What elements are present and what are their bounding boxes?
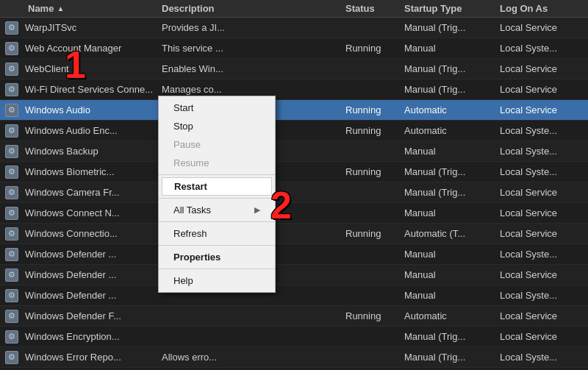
service-icon [4,227,19,241]
row-name: Windows Connectio... [0,227,162,241]
header-name[interactable]: Name ▲ [0,3,162,14]
context-item-start[interactable]: Start [159,99,275,117]
service-icon [4,330,19,344]
table-row[interactable]: WebClient Enables Win... Manual (Trig...… [0,59,588,79]
table-row[interactable]: Windows Backup Manual Local Syste... [0,141,588,162]
sort-arrow-icon: ▲ [57,4,64,13]
context-item-restart[interactable]: Restart [162,177,272,196]
row-status: Running [345,310,404,321]
table-row[interactable]: Windows Connect N... Manual Local Servic… [0,203,588,224]
row-name: WarpJITSvc [0,21,162,35]
context-item-stop[interactable]: Stop [159,117,275,135]
row-name: WebClient [0,62,162,77]
row-logon: Local Syste... [500,352,588,363]
row-logon: Local Service [500,22,588,33]
row-startup: Manual (Trig... [404,331,500,342]
table-row[interactable]: Windows Audio Enc... Running Automatic L… [0,121,588,141]
row-name: Windows Defender ... [0,288,162,303]
row-name: Windows Error Repo... [0,350,162,365]
table-row[interactable]: Windows Camera Fr... Manual (Trig... Loc… [0,182,588,203]
service-icon [4,165,19,179]
header-logon: Log On As [500,3,588,14]
table-row[interactable]: WarpJITSvc Provides a JI... Manual (Trig… [0,18,588,38]
row-startup: Manual (Trig... [404,187,500,198]
row-startup: Manual (Trig... [404,63,500,74]
row-status: Running [345,125,404,136]
row-logon: Local Service [500,269,588,280]
row-name: Web Account Manager [0,41,162,56]
row-startup: Manual [404,249,500,260]
row-name: Windows Biometric... [0,165,162,179]
table-header: Name ▲ Description Status Startup Type L… [0,0,588,18]
context-item-all-tasks[interactable]: All Tasks▶ [159,201,275,219]
context-menu: StartStopPauseResumeRestartAll Tasks▶Ref… [158,96,276,293]
row-description: This service ... [162,43,345,54]
context-separator [159,198,275,199]
context-separator [159,221,275,222]
context-separator [159,268,275,269]
table-row[interactable]: Windows Defender ... Manual Local Syste.… [0,244,588,265]
context-item-help[interactable]: Help [159,271,275,290]
context-item-pause: Pause [159,135,275,154]
table-row[interactable]: Windows Defender ... Manual Local Syste.… [0,285,588,306]
service-icon [4,206,19,221]
row-description: Enables Win... [162,63,345,74]
table-row[interactable]: Windows Defender F... Running Automatic … [0,306,588,327]
row-logon: Local Service [500,84,588,95]
row-name: Windows Encryption... [0,330,162,344]
table-row[interactable]: Windows Biometric... Running Manual (Tri… [0,162,588,182]
table-row[interactable]: Windows Connectio... Running Automatic (… [0,224,588,244]
row-name: Windows Connect N... [0,206,162,221]
submenu-arrow-icon: ▶ [254,205,260,215]
row-startup: Automatic (T... [404,228,500,239]
row-name: Windows Defender ... [0,247,162,262]
context-separator [159,174,275,175]
context-item-refresh[interactable]: Refresh [159,224,275,243]
context-item-properties[interactable]: Properties [159,248,275,266]
row-name: Windows Camera Fr... [0,185,162,200]
row-startup: Manual [404,43,500,54]
service-icon [4,62,19,77]
row-logon: Local Syste... [500,290,588,301]
table-row[interactable]: Windows Audio Ma... Running Automatic Lo… [0,100,588,121]
header-description: Description [162,3,345,14]
service-list: WarpJITSvc Provides a JI... Manual (Trig… [0,18,588,370]
table-row[interactable]: Windows Encryption... Manual (Trig... Lo… [0,327,588,347]
row-logon: Local Syste... [500,249,588,260]
row-startup: Automatic [404,125,500,136]
row-name: Windows Audio Enc... [0,124,162,138]
row-name: Windows Backup [0,144,162,159]
row-status: Running [345,104,404,115]
service-icon [4,350,19,365]
row-logon: Local Service [500,331,588,342]
row-logon: Local Service [500,187,588,198]
row-name: Windows Audio [0,103,162,118]
table-row[interactable]: Windows Error Repo... Allows erro... Man… [0,347,588,368]
service-icon [4,185,19,200]
row-logon: Local Service [500,104,588,115]
row-description: Allows erro... [162,352,345,363]
service-icon [4,82,19,97]
row-description: Manages co... [162,84,345,95]
row-startup: Manual [404,269,500,280]
row-startup: Manual [404,146,500,157]
row-startup: Manual (Trig... [404,22,500,33]
row-startup: Manual [404,290,500,301]
header-status: Status [345,3,404,14]
row-startup: Manual (Trig... [404,166,500,177]
service-icon [4,21,19,35]
row-logon: Local Service [500,310,588,321]
row-startup: Manual (Trig... [404,352,500,363]
row-logon: Local Service [500,63,588,74]
service-icon [4,247,19,262]
row-description: Provides a JI... [162,22,345,33]
context-separator [159,245,275,246]
row-name: Windows Defender F... [0,309,162,324]
row-logon: Local Syste... [500,146,588,157]
row-logon: Local Service [500,228,588,239]
row-logon: Local Syste... [500,43,588,54]
table-row[interactable]: Windows Defender ... Manual Local Servic… [0,265,588,285]
row-status: Running [345,43,404,54]
table-row[interactable]: Wi-Fi Direct Services Conne... Manages c… [0,79,588,100]
table-row[interactable]: Web Account Manager This service ... Run… [0,38,588,59]
